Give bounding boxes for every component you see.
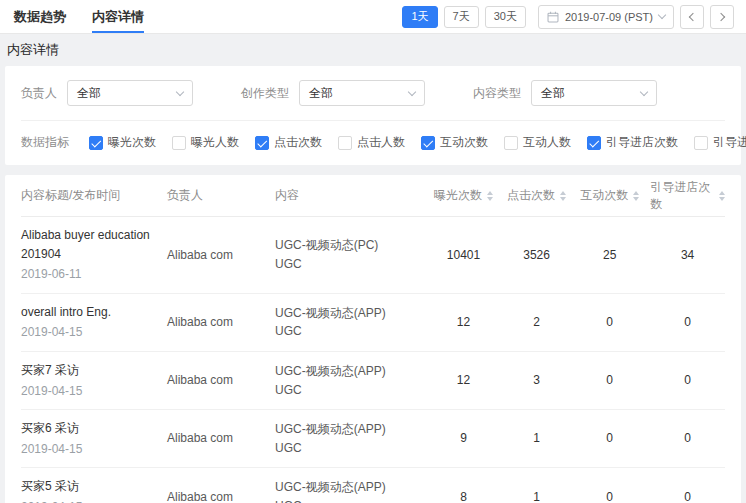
checkbox-icon[interactable] — [694, 136, 708, 150]
header-interactions-sort[interactable]: 互动次数 — [577, 175, 642, 216]
owner-cell: Alibaba com — [167, 294, 267, 351]
filter-owner: 负责人 全部 — [21, 80, 193, 106]
header-interactions-label: 互动次数 — [580, 187, 628, 204]
title-cell: 买家5 采访 2019-04-15 — [21, 468, 159, 503]
chevron-left-icon — [689, 12, 697, 20]
checkbox-icon[interactable] — [587, 136, 601, 150]
metric-interaction-count[interactable]: 互动次数 — [421, 134, 488, 151]
prev-date-button[interactable] — [680, 5, 704, 29]
store-visit-count: 0 — [650, 352, 725, 409]
title-cell: Alibaba buyer education 201904 2019-06-1… — [21, 217, 159, 293]
metric-click-people[interactable]: 点击人数 — [338, 134, 405, 151]
content-type: UGC-视频动态(PC) — [275, 236, 423, 255]
click-count: 1 — [504, 468, 569, 503]
owner-cell: Alibaba com — [167, 468, 267, 503]
owner-cell: Alibaba com — [167, 352, 267, 409]
metric-label: 互动人数 — [523, 134, 571, 151]
content-title: 买家6 采访 — [21, 419, 159, 438]
content-subtype: UGC — [275, 255, 423, 274]
publish-date: 2019-04-15 — [21, 498, 159, 503]
sort-icon — [633, 191, 639, 201]
header-exposure-sort[interactable]: 曝光次数 — [431, 175, 496, 216]
filter-content-type-label: 内容类型 — [473, 85, 521, 102]
interaction-count: 0 — [577, 352, 642, 409]
content-subtype: UGC — [275, 439, 423, 458]
header-store-visits-sort[interactable]: 引导进店次数 — [650, 175, 725, 216]
metric-store-visit-people[interactable]: 引导进店人数 — [694, 134, 746, 151]
metrics-row: 数据指标 曝光次数 曝光人数 点击次数 点击人数 互动次数 互动人数 引导进店次… — [21, 121, 725, 155]
tab-data-trends[interactable]: 数据趋势 — [14, 0, 66, 33]
content-type: UGC-视频动态(APP) — [275, 362, 423, 381]
sort-icon — [560, 191, 566, 201]
content-type: UGC-视频动态(APP) — [275, 304, 423, 323]
table-row[interactable]: 买家7 采访 2019-04-15 Alibaba com UGC-视频动态(A… — [21, 352, 725, 410]
content-type: UGC-视频动态(APP) — [275, 420, 423, 439]
content-subtype: UGC — [275, 381, 423, 400]
click-count: 2 — [504, 294, 569, 351]
metric-exposure-people[interactable]: 曝光人数 — [172, 134, 239, 151]
metric-exposure-count[interactable]: 曝光次数 — [89, 134, 156, 151]
table-row[interactable]: overall intro Eng. 2019-04-15 Alibaba co… — [21, 294, 725, 352]
checkbox-icon[interactable] — [89, 136, 103, 150]
owner-select[interactable]: 全部 — [67, 80, 193, 106]
content-table: 内容标题/发布时间 负责人 内容 曝光次数 点击次数 互动次数 引导进店次数 A… — [5, 175, 741, 503]
metric-label: 曝光人数 — [191, 134, 239, 151]
table-row[interactable]: 买家6 采访 2019-04-15 Alibaba com UGC-视频动态(A… — [21, 410, 725, 468]
content-cell: UGC-视频动态(PC) UGC — [275, 217, 423, 293]
owner-cell: Alibaba com — [167, 217, 267, 293]
metric-interaction-people[interactable]: 互动人数 — [504, 134, 571, 151]
filter-content-type: 内容类型 全部 — [473, 80, 657, 106]
filter-panel: 负责人 全部 创作类型 全部 内容类型 全部 数据指标 曝光次数 — [5, 66, 741, 165]
date-picker[interactable]: 2019-07-09 (PST) — [538, 5, 674, 29]
header-exposure-label: 曝光次数 — [434, 187, 482, 204]
table-row[interactable]: Alibaba buyer education 201904 2019-06-1… — [21, 217, 725, 294]
creation-type-select[interactable]: 全部 — [299, 80, 425, 106]
top-tab-bar: 数据趋势 内容详情 1天 7天 30天 2019-07-09 (PST) — [0, 0, 746, 34]
content-title: Alibaba buyer education 201904 — [21, 226, 159, 263]
publish-date: 2019-04-15 — [21, 440, 159, 459]
next-date-button[interactable] — [710, 5, 734, 29]
table-header: 内容标题/发布时间 负责人 内容 曝光次数 点击次数 互动次数 引导进店次数 — [21, 175, 725, 217]
metric-label: 互动次数 — [440, 134, 488, 151]
header-content: 内容 — [275, 175, 423, 216]
content-title: overall intro Eng. — [21, 303, 159, 322]
exposure-count: 9 — [431, 410, 496, 467]
metric-label: 点击次数 — [274, 134, 322, 151]
checkbox-icon[interactable] — [421, 136, 435, 150]
metric-store-visit-count[interactable]: 引导进店次数 — [587, 134, 678, 151]
exposure-count: 8 — [431, 468, 496, 503]
time-range-controls: 1天 7天 30天 2019-07-09 (PST) — [402, 5, 734, 29]
click-count: 3 — [504, 352, 569, 409]
header-owner: 负责人 — [167, 175, 267, 216]
publish-date: 2019-06-11 — [21, 265, 159, 284]
content-cell: UGC-视频动态(APP) UGC — [275, 410, 423, 467]
content-subtype: UGC — [275, 497, 423, 503]
range-1day-button[interactable]: 1天 — [402, 6, 437, 28]
header-clicks-sort[interactable]: 点击次数 — [504, 175, 569, 216]
content-cell: UGC-视频动态(APP) UGC — [275, 468, 423, 503]
store-visit-count: 0 — [650, 468, 725, 503]
checkbox-icon[interactable] — [172, 136, 186, 150]
chevron-down-icon — [640, 87, 648, 95]
filter-creation-type: 创作类型 全部 — [241, 80, 425, 106]
content-title: 买家7 采访 — [21, 361, 159, 380]
checkbox-icon[interactable] — [255, 136, 269, 150]
chevron-down-icon — [176, 87, 184, 95]
table-row[interactable]: 买家5 采访 2019-04-15 Alibaba com UGC-视频动态(A… — [21, 468, 725, 503]
title-cell: 买家6 采访 2019-04-15 — [21, 410, 159, 467]
filter-owner-label: 负责人 — [21, 85, 57, 102]
range-30day-button[interactable]: 30天 — [485, 6, 526, 28]
metric-click-count[interactable]: 点击次数 — [255, 134, 322, 151]
checkbox-icon[interactable] — [504, 136, 518, 150]
chevron-right-icon — [717, 12, 725, 20]
content-type-select-value: 全部 — [541, 85, 565, 102]
content-cell: UGC-视频动态(APP) UGC — [275, 352, 423, 409]
chevron-down-icon — [658, 11, 666, 19]
tab-content-details[interactable]: 内容详情 — [92, 0, 144, 33]
store-visit-count: 0 — [650, 410, 725, 467]
checkbox-icon[interactable] — [338, 136, 352, 150]
content-type: UGC-视频动态(APP) — [275, 478, 423, 497]
range-7day-button[interactable]: 7天 — [444, 6, 479, 28]
range-segment: 1天 7天 30天 — [402, 6, 526, 28]
content-type-select[interactable]: 全部 — [531, 80, 657, 106]
